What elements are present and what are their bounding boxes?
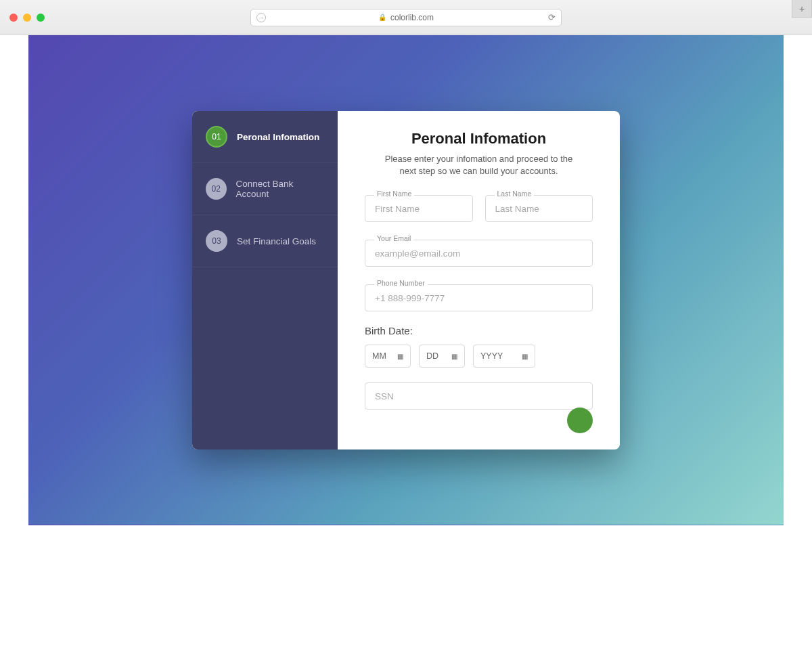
- birth-month-placeholder: MM: [372, 351, 386, 361]
- next-step-button[interactable]: [567, 408, 593, 433]
- address-bar[interactable]: → 🔒 colorlib.com ⟳: [250, 9, 562, 26]
- email-label: Your Email: [374, 234, 413, 242]
- calendar-icon: ▦: [522, 353, 528, 360]
- close-window-icon[interactable]: [9, 14, 18, 22]
- last-name-input[interactable]: [485, 195, 593, 222]
- reload-icon[interactable]: ⟳: [548, 12, 556, 22]
- last-name-field-wrap: Last Name: [485, 195, 593, 222]
- step-financial-goals[interactable]: 03 Set Financial Goals: [192, 215, 338, 267]
- new-tab-button[interactable]: +: [792, 0, 812, 18]
- first-name-input[interactable]: [365, 195, 473, 222]
- step-personal-info[interactable]: 01 Peronal Infomation: [192, 111, 338, 163]
- birth-year-placeholder: YYYY: [480, 351, 503, 361]
- lock-icon: 🔒: [378, 14, 386, 21]
- phone-field-wrap: Phone Number: [365, 284, 593, 311]
- maximize-window-icon[interactable]: [37, 14, 45, 22]
- page-white-area: [28, 525, 784, 651]
- birth-day-input[interactable]: DD ▦: [419, 345, 465, 368]
- step-label: Set Financial Goals: [237, 236, 316, 246]
- email-field-wrap: Your Email: [365, 240, 593, 267]
- window-controls: [9, 14, 45, 22]
- back-icon[interactable]: →: [256, 13, 266, 22]
- calendar-icon: ▦: [451, 353, 457, 360]
- first-name-field-wrap: First Name: [365, 195, 473, 222]
- minimize-window-icon[interactable]: [23, 14, 31, 22]
- wizard-sidebar: 01 Peronal Infomation 02 Connect Bank Ac…: [192, 111, 338, 449]
- birth-date-label: Birth Date:: [365, 325, 593, 336]
- step-number-badge: 03: [206, 230, 227, 252]
- wizard-card: 01 Peronal Infomation 02 Connect Bank Ac…: [192, 111, 620, 449]
- last-name-label: Last Name: [495, 190, 535, 198]
- phone-label: Phone Number: [374, 279, 428, 287]
- form-title: Peronal Infomation: [365, 130, 593, 148]
- form-subtitle: Please enter your infomation and proceed…: [365, 153, 593, 177]
- ssn-field-wrap: [365, 382, 593, 410]
- calendar-icon: ▦: [397, 353, 403, 360]
- step-label: Connect Bank Account: [236, 179, 324, 199]
- step-number-badge: 01: [206, 126, 227, 148]
- email-input[interactable]: [365, 240, 593, 267]
- step-label: Peronal Infomation: [237, 132, 319, 142]
- page-background: 01 Peronal Infomation 02 Connect Bank Ac…: [28, 35, 784, 525]
- url-host: colorlib.com: [390, 13, 434, 22]
- first-name-label: First Name: [374, 190, 414, 198]
- birth-day-placeholder: DD: [426, 351, 438, 361]
- step-number-badge: 02: [206, 178, 227, 200]
- browser-window: → 🔒 colorlib.com ⟳ + 01 Peronal Infomati…: [0, 0, 812, 658]
- browser-toolbar: → 🔒 colorlib.com ⟳ +: [0, 0, 812, 35]
- phone-input[interactable]: [365, 284, 593, 311]
- ssn-input[interactable]: [365, 382, 593, 410]
- step-connect-bank[interactable]: 02 Connect Bank Account: [192, 163, 338, 215]
- form-panel: Peronal Infomation Please enter your inf…: [338, 111, 620, 449]
- birth-month-input[interactable]: MM ▦: [365, 345, 411, 368]
- birth-year-input[interactable]: YYYY ▦: [473, 345, 535, 368]
